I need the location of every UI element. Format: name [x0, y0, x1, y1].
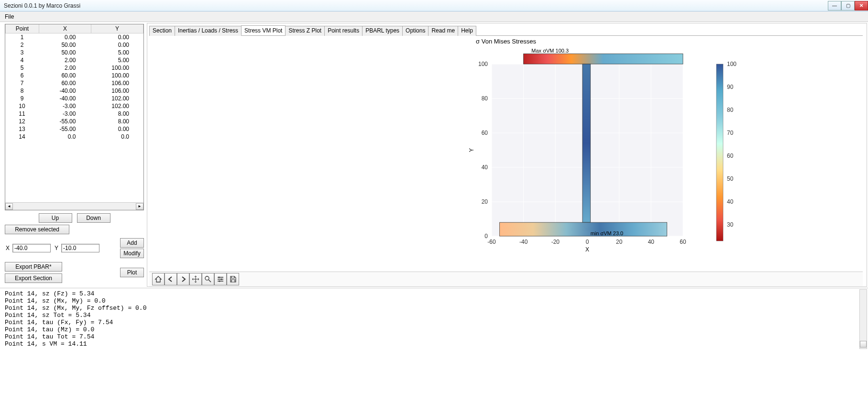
svg-point-45: [221, 279, 222, 280]
modify-button[interactable]: Modify: [120, 249, 144, 258]
table-row[interactable]: 10-3.00102.00: [5, 102, 143, 110]
svg-text:-40: -40: [519, 239, 528, 245]
plot-title: σ Von Mises Stresses: [149, 38, 863, 45]
svg-text:min σVM 23.0: min σVM 23.0: [591, 230, 624, 236]
menubar: File: [0, 11, 868, 22]
table-row[interactable]: 660.00100.00: [5, 72, 143, 79]
tabs: Section Inertias / Loads / Stress Stress…: [149, 25, 863, 36]
tab-inertias[interactable]: Inertias / Loads / Stress: [175, 26, 242, 36]
console-scrollbar[interactable]: [859, 289, 867, 349]
svg-rect-30: [582, 64, 591, 222]
svg-text:40: 40: [482, 164, 488, 171]
svg-text:80: 80: [727, 107, 734, 113]
svg-point-44: [219, 277, 220, 278]
tab-readme[interactable]: Read me: [428, 26, 458, 36]
table-row[interactable]: 8-40.00106.00: [5, 87, 143, 95]
svg-text:60: 60: [680, 239, 686, 245]
table-hscroll[interactable]: ◄ ►: [5, 202, 143, 210]
tab-stress-z[interactable]: Stress Z Plot: [285, 26, 325, 36]
svg-text:-20: -20: [551, 239, 560, 245]
left-panel: Point X Y 10.000.00250.000.00350.005.004…: [0, 22, 146, 288]
svg-text:60: 60: [727, 153, 734, 159]
svg-text:70: 70: [727, 130, 734, 136]
main-area: Point X Y 10.000.00250.000.00350.005.004…: [0, 22, 868, 288]
svg-text:0: 0: [484, 233, 488, 240]
table-row[interactable]: 140.00.0: [5, 133, 143, 141]
svg-text:90: 90: [727, 84, 734, 90]
right-panel: Section Inertias / Loads / Stress Stress…: [147, 23, 867, 287]
close-button[interactable]: ✕: [855, 1, 868, 11]
col-x[interactable]: X: [39, 24, 91, 33]
svg-text:40: 40: [648, 239, 655, 245]
plot-area: σ Von Mises Stresses -60-40-200204060020…: [149, 36, 863, 272]
svg-text:100: 100: [478, 61, 488, 67]
tab-section[interactable]: Section: [149, 26, 175, 36]
tab-stress-vm[interactable]: Stress VM Plot: [241, 25, 286, 35]
table-row[interactable]: 52.00100.00: [5, 64, 143, 72]
svg-text:40: 40: [727, 198, 734, 205]
minimize-button[interactable]: —: [828, 1, 841, 11]
tab-options[interactable]: Options: [402, 26, 429, 36]
forward-icon[interactable]: [177, 273, 189, 285]
svg-text:60: 60: [482, 130, 488, 136]
y-label: Y: [54, 245, 58, 251]
svg-text:100: 100: [727, 61, 736, 67]
points-table: Point X Y 10.000.00250.000.00350.005.004…: [5, 24, 144, 210]
table-row[interactable]: 42.005.00: [5, 56, 143, 64]
maximize-button[interactable]: ▢: [841, 1, 855, 11]
home-icon[interactable]: [152, 273, 165, 285]
plot-button[interactable]: Plot: [120, 268, 144, 277]
plot-toolbar: [149, 272, 863, 286]
pan-icon[interactable]: [189, 273, 202, 285]
scroll-right-icon[interactable]: ►: [136, 203, 143, 210]
table-row[interactable]: 13-55.000.00: [5, 125, 143, 133]
svg-point-43: [205, 276, 209, 280]
svg-text:20: 20: [482, 198, 488, 205]
y-input[interactable]: [61, 244, 99, 252]
export-section-button[interactable]: Export Section: [5, 273, 62, 283]
svg-text:Y: Y: [468, 148, 475, 152]
svg-rect-31: [500, 222, 667, 236]
window-title: Sezioni 0.0.1 by Marco Grassi: [4, 2, 828, 9]
remove-selected-button[interactable]: Remove selected: [5, 225, 69, 234]
zoom-icon[interactable]: [202, 273, 214, 285]
svg-rect-34: [716, 64, 723, 241]
window-controls: — ▢ ✕: [828, 1, 868, 11]
up-button[interactable]: Up: [39, 213, 72, 223]
svg-text:80: 80: [482, 95, 488, 102]
stress-plot[interactable]: -60-40-200204060020406080100XYMax σVM 10…: [267, 45, 745, 265]
back-icon[interactable]: [165, 273, 177, 285]
table-row[interactable]: 9-40.00102.00: [5, 95, 143, 102]
configure-icon[interactable]: [214, 273, 227, 285]
add-button[interactable]: Add: [120, 238, 144, 248]
scroll-left-icon[interactable]: ◄: [5, 203, 13, 210]
table-row[interactable]: 10.000.00: [5, 33, 143, 41]
svg-text:Max σVM 100.3: Max σVM 100.3: [531, 48, 569, 54]
tab-pbarl[interactable]: PBARL types: [362, 26, 403, 36]
x-label: X: [5, 245, 10, 251]
table-row[interactable]: 760.00106.00: [5, 79, 143, 87]
svg-text:X: X: [585, 246, 589, 253]
col-y[interactable]: Y: [91, 24, 143, 33]
svg-text:0: 0: [586, 239, 589, 245]
svg-rect-29: [524, 54, 683, 64]
svg-text:30: 30: [727, 221, 734, 228]
tab-point-results[interactable]: Point results: [324, 26, 363, 36]
titlebar: Sezioni 0.0.1 by Marco Grassi — ▢ ✕: [0, 0, 868, 11]
tab-help[interactable]: Help: [458, 26, 476, 36]
svg-text:-60: -60: [487, 239, 496, 245]
file-menu[interactable]: File: [0, 12, 19, 21]
table-row[interactable]: 11-3.008.00: [5, 110, 143, 118]
col-point[interactable]: Point: [6, 24, 39, 33]
table-row[interactable]: 250.000.00: [5, 41, 143, 49]
svg-text:50: 50: [727, 175, 734, 182]
export-pbar-button[interactable]: Export PBAR*: [5, 262, 62, 272]
table-row[interactable]: 350.005.00: [5, 49, 143, 56]
svg-text:20: 20: [616, 239, 623, 245]
down-button[interactable]: Down: [77, 213, 110, 223]
svg-point-46: [219, 281, 220, 282]
save-icon[interactable]: [227, 273, 239, 285]
table-row[interactable]: 12-55.008.00: [5, 118, 143, 125]
x-input[interactable]: [12, 244, 51, 252]
output-console[interactable]: Point 14, sz (Fz) = 5.34 Point 14, sz (M…: [0, 288, 868, 350]
